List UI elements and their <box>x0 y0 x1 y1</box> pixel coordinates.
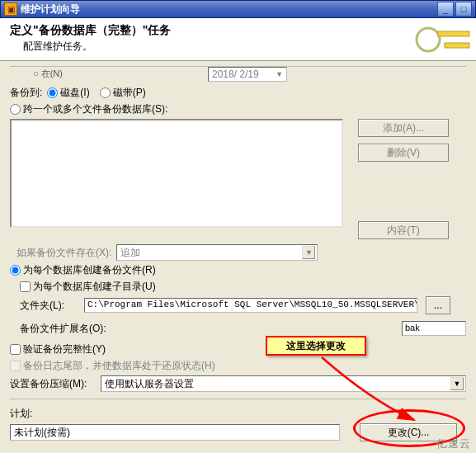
verify-checkbox[interactable]: 验证备份完整性(Y) <box>10 342 106 356</box>
schedule-label: 计划: <box>10 407 32 421</box>
per-db-radio[interactable]: 为每个数据库创建备份文件(R) <box>10 263 156 277</box>
maximize-button[interactable]: □ <box>455 2 472 17</box>
app-icon: ▣ <box>4 2 17 16</box>
remove-button[interactable]: 删除(V) <box>358 144 449 162</box>
compress-select[interactable]: 使用默认服务器设置 ▼ <box>101 375 466 392</box>
dropdown-icon[interactable]: ▼ <box>450 377 464 390</box>
disk-radio[interactable]: 磁盘(I) <box>47 86 89 100</box>
page-subtitle: 配置维护任务。 <box>23 40 466 54</box>
if-exists-label: 如果备份文件存在(X): <box>16 246 111 260</box>
svg-rect-1 <box>438 31 469 36</box>
svg-point-0 <box>417 28 440 51</box>
compress-label: 设置备份压缩(M): <box>10 377 96 391</box>
ext-label: 备份文件扩展名(O): <box>20 322 119 336</box>
schedule-field: 未计划(按需) <box>10 424 340 441</box>
wizard-header: 定义"备份数据库（完整）"任务 配置维护任务。 <box>0 18 476 61</box>
window-title: 维护计划向导 <box>21 2 436 17</box>
browse-button[interactable]: ... <box>426 296 450 314</box>
backup-files-listbox[interactable] <box>10 119 343 228</box>
page-title: 定义"备份数据库（完整）"任务 <box>10 23 466 38</box>
create-subdir-checkbox[interactable]: 为每个数据库创建子目录(U) <box>20 280 156 294</box>
contents-button[interactable]: 内容(T) <box>358 221 449 239</box>
titlebar: ▣ 维护计划向导 _ □ <box>0 0 476 18</box>
tape-radio[interactable]: 磁带(P) <box>100 86 146 100</box>
add-button[interactable]: 添加(A)... <box>358 119 449 137</box>
backup-to-row: 备份到: 磁盘(I) 磁带(P) <box>10 86 466 100</box>
ext-input[interactable]: bak <box>402 321 466 336</box>
if-exists-select: 追加 ▼ <box>116 244 318 261</box>
per-file-radio-row: 跨一个或多个文件备份数据库(S): <box>10 102 466 116</box>
truncated-radio: ○ 在(N) <box>33 68 63 80</box>
date-field: 2018/ 2/19 ▼ <box>208 67 287 82</box>
svg-rect-2 <box>445 43 469 48</box>
minimize-button[interactable]: _ <box>437 2 454 17</box>
dropdown-icon: ▼ <box>276 70 283 78</box>
folder-label: 文件夹(L): <box>20 299 79 313</box>
annotation-callout: 这里选择更改 <box>266 336 366 356</box>
dropdown-icon: ▼ <box>302 246 315 259</box>
header-decor-icon <box>413 25 471 54</box>
per-file-radio[interactable]: 跨一个或多个文件备份数据库(S): <box>10 102 167 116</box>
folder-input[interactable]: C:\Program Files\Microsoft SQL Server\MS… <box>84 298 417 313</box>
tail-checkbox: 备份日志尾部，并使数据库处于还原状态(H) <box>10 359 215 373</box>
backup-to-label: 备份到: <box>10 86 42 100</box>
truncated-section: ○ 在(N) 2018/ 2/19 ▼ <box>10 66 466 83</box>
per-db-radio-row: 为每个数据库创建备份文件(R) <box>10 263 466 277</box>
watermark: 亿速云 <box>436 436 471 451</box>
